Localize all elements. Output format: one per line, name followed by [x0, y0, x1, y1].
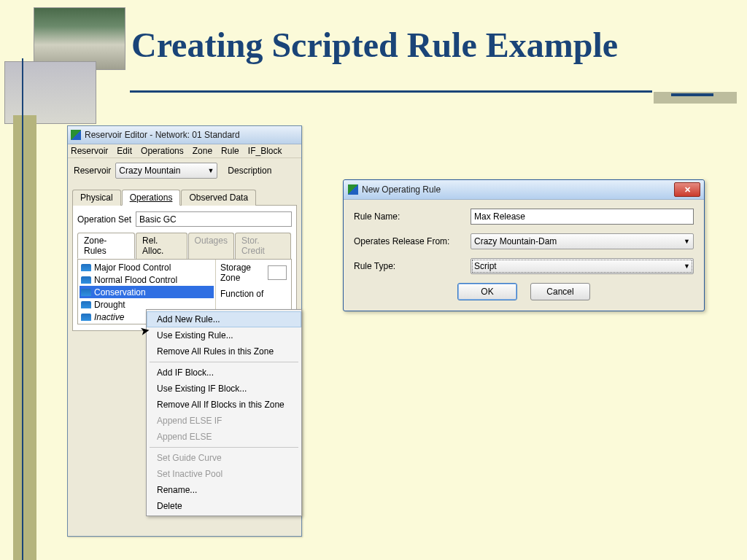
app-icon [348, 184, 358, 195]
menu-edit[interactable]: Edit [117, 146, 132, 156]
chevron-down-icon: ▼ [684, 238, 690, 245]
ctx-use-existing-if-block[interactable]: Use Existing IF Block... [147, 381, 301, 397]
dialog-titlebar[interactable]: New Operating Rule ✕ [344, 180, 704, 200]
ctx-delete[interactable]: Delete [147, 498, 301, 514]
reservoir-value: Crazy Mountain [119, 166, 180, 176]
ctx-separator [150, 447, 298, 448]
side-line [22, 58, 23, 560]
ctx-add-new-rule[interactable]: Add New Rule... [147, 311, 301, 327]
operation-set-value: Basic GC [139, 214, 177, 225]
operates-from-label: Operates Release From: [354, 236, 471, 246]
main-tabs: Physical Operations Observed Data [72, 189, 297, 206]
operation-set-field[interactable]: Basic GC [136, 211, 292, 227]
reservoir-icon [81, 314, 91, 321]
operation-set-label: Operation Set [77, 214, 131, 225]
menubar: Reservoir Edit Operations Zone Rule IF_B… [68, 144, 301, 158]
operates-from-select[interactable]: Crazy Mountain-Dam ▼ [471, 233, 694, 249]
menu-zone[interactable]: Zone [193, 146, 212, 156]
rule-type-label: Rule Type: [354, 261, 471, 271]
chevron-down-icon: ▼ [207, 167, 214, 174]
reservoir-icon [81, 276, 91, 284]
zone-item-major-flood[interactable]: Major Flood Control [80, 261, 214, 273]
subtab-outages[interactable]: Outages [188, 233, 234, 259]
ctx-set-guide-curve: Set Guide Curve [147, 450, 301, 466]
ctx-use-existing-rule[interactable]: Use Existing Rule... [147, 327, 301, 343]
operates-from-value: Crazy Mountain-Dam [474, 236, 557, 246]
rule-name-label: Rule Name: [354, 211, 471, 222]
cancel-button[interactable]: Cancel [530, 283, 590, 300]
storage-zone-label: Storage Zone [220, 262, 263, 283]
description-label: Description [228, 166, 271, 176]
tab-observed-data[interactable]: Observed Data [181, 190, 256, 206]
new-operating-rule-dialog: New Operating Rule ✕ Rule Name: Max Rele… [343, 179, 705, 311]
rule-type-select[interactable]: Script ▼ [471, 258, 694, 274]
subtab-zone-rules[interactable]: Zone-Rules [77, 233, 135, 259]
title-rule [130, 90, 652, 93]
reservoir-select[interactable]: Crazy Mountain ▼ [115, 163, 217, 179]
window-title: Reservoir Editor - Network: 01 Standard [85, 130, 240, 140]
tab-physical[interactable]: Physical [72, 190, 121, 206]
storage-zone-field[interactable] [268, 265, 287, 280]
zone-item-conservation[interactable]: Conservation [80, 286, 214, 298]
ctx-append-else: Append ELSE [147, 429, 301, 445]
sub-tabs: Zone-Rules Rel. Alloc. Outages Stor. Cre… [77, 233, 292, 260]
reservoir-icon [81, 264, 91, 271]
chevron-down-icon: ▼ [684, 262, 690, 270]
slide-title: Creating Scripted Rule Example [131, 25, 618, 65]
ctx-add-if-block[interactable]: Add IF Block... [147, 365, 301, 381]
rule-type-value: Script [474, 261, 497, 271]
reservoir-icon [81, 289, 91, 296]
rule-name-input[interactable]: Max Release [471, 209, 694, 225]
window-titlebar[interactable]: Reservoir Editor - Network: 01 Standard [68, 126, 301, 144]
app-icon [71, 130, 81, 140]
right-decoration-line [671, 93, 713, 96]
function-of-label: Function of [220, 289, 263, 299]
reservoir-label: Reservoir [74, 166, 111, 176]
dialog-title: New Operating Rule [362, 184, 441, 195]
subtab-rel-alloc[interactable]: Rel. Alloc. [136, 233, 187, 259]
ctx-separator [150, 362, 298, 362]
menu-ifblock[interactable]: IF_Block [248, 146, 282, 156]
side-decoration [13, 115, 36, 560]
menu-operations[interactable]: Operations [141, 146, 184, 156]
context-menu: Add New Rule... Use Existing Rule... Rem… [146, 309, 302, 516]
tab-operations[interactable]: Operations [122, 190, 181, 206]
ctx-remove-all-rules[interactable]: Remove All Rules in this Zone [147, 343, 301, 359]
ok-button[interactable]: OK [457, 283, 517, 300]
close-button[interactable]: ✕ [674, 182, 700, 197]
ctx-append-else-if: Append ELSE IF [147, 413, 301, 429]
rule-name-value: Max Release [474, 211, 525, 222]
reservoir-icon [81, 301, 91, 308]
zone-item-normal-flood[interactable]: Normal Flood Control [80, 273, 214, 286]
ctx-set-inactive-pool: Set Inactive Pool [147, 466, 301, 482]
menu-reservoir[interactable]: Reservoir [71, 146, 108, 156]
ctx-rename[interactable]: Rename... [147, 482, 301, 498]
close-icon: ✕ [684, 185, 691, 195]
menu-rule[interactable]: Rule [221, 146, 239, 156]
ctx-remove-all-if-blocks[interactable]: Remove All If Blocks in this Zone [147, 397, 301, 413]
subtab-stor-credit[interactable]: Stor. Credit [235, 233, 291, 259]
